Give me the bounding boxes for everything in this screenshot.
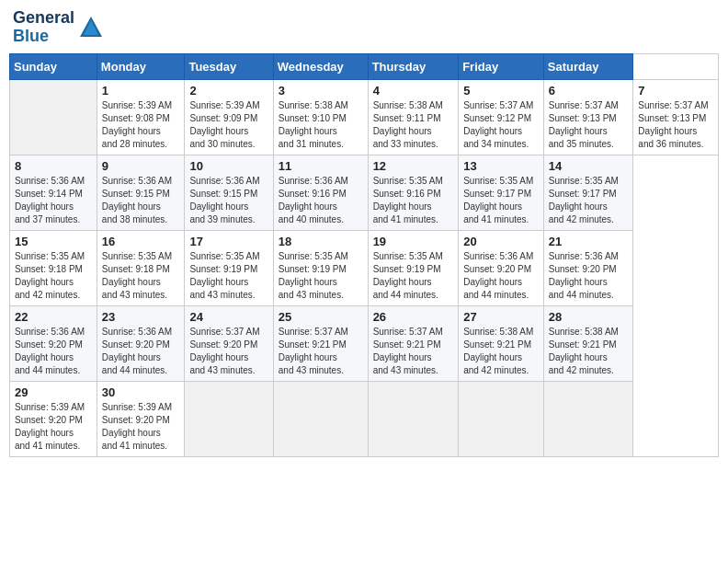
day-info: Sunrise: 5:39 AM Sunset: 9:20 PM Dayligh… <box>102 401 180 453</box>
day-info: Sunrise: 5:37 AM Sunset: 9:12 PM Dayligh… <box>463 99 539 151</box>
calendar-day-cell <box>185 381 273 456</box>
calendar-day-cell: 23 Sunrise: 5:36 AM Sunset: 9:20 PM Dayl… <box>97 305 185 381</box>
day-info: Sunrise: 5:37 AM Sunset: 9:13 PM Dayligh… <box>638 99 713 151</box>
day-number: 10 <box>189 159 267 173</box>
calendar-day-cell <box>368 381 459 456</box>
day-number: 19 <box>373 235 454 248</box>
calendar-header-row: SundayMondayTuesdayWednesdayThursdayFrid… <box>10 53 719 79</box>
day-number: 24 <box>189 310 267 324</box>
day-info: Sunrise: 5:36 AM Sunset: 9:15 PM Dayligh… <box>102 175 180 226</box>
calendar-week-row: 22 Sunrise: 5:36 AM Sunset: 9:20 PM Dayl… <box>10 305 719 381</box>
day-info: Sunrise: 5:36 AM Sunset: 9:20 PM Dayligh… <box>549 250 629 302</box>
day-number: 5 <box>463 84 539 98</box>
calendar-day-cell: 5 Sunrise: 5:37 AM Sunset: 9:12 PM Dayli… <box>459 79 544 155</box>
day-number: 2 <box>189 84 267 98</box>
day-info: Sunrise: 5:35 AM Sunset: 9:17 PM Dayligh… <box>549 175 629 226</box>
day-number: 30 <box>102 385 180 399</box>
calendar-day-cell: 15 Sunrise: 5:35 AM Sunset: 9:18 PM Dayl… <box>10 230 97 305</box>
day-number: 14 <box>549 159 629 173</box>
day-info: Sunrise: 5:39 AM Sunset: 9:09 PM Dayligh… <box>189 99 267 151</box>
empty-cell <box>10 79 97 155</box>
calendar-day-cell: 25 Sunrise: 5:37 AM Sunset: 9:21 PM Dayl… <box>273 305 368 381</box>
calendar-day-cell: 28 Sunrise: 5:38 AM Sunset: 9:21 PM Dayl… <box>543 305 633 381</box>
day-number: 4 <box>373 84 454 98</box>
day-info: Sunrise: 5:38 AM Sunset: 9:10 PM Dayligh… <box>279 99 363 151</box>
day-info: Sunrise: 5:38 AM Sunset: 9:21 PM Dayligh… <box>549 326 629 377</box>
weekday-header-tuesday: Tuesday <box>185 53 273 79</box>
day-info: Sunrise: 5:36 AM Sunset: 9:14 PM Dayligh… <box>15 175 92 226</box>
day-info: Sunrise: 5:39 AM Sunset: 9:08 PM Dayligh… <box>102 99 180 151</box>
day-info: Sunrise: 5:37 AM Sunset: 9:13 PM Dayligh… <box>549 99 629 151</box>
weekday-header-thursday: Thursday <box>368 53 459 79</box>
calendar-day-cell: 26 Sunrise: 5:37 AM Sunset: 9:21 PM Dayl… <box>368 305 459 381</box>
weekday-header-sunday: Sunday <box>10 53 97 79</box>
calendar-day-cell: 29 Sunrise: 5:39 AM Sunset: 9:20 PM Dayl… <box>10 381 97 456</box>
day-number: 17 <box>189 235 267 248</box>
calendar-day-cell: 12 Sunrise: 5:35 AM Sunset: 9:16 PM Dayl… <box>368 155 459 230</box>
day-number: 16 <box>102 235 180 248</box>
calendar-day-cell: 10 Sunrise: 5:36 AM Sunset: 9:15 PM Dayl… <box>185 155 273 230</box>
day-number: 1 <box>102 84 180 98</box>
calendar-day-cell <box>543 381 633 456</box>
day-info: Sunrise: 5:35 AM Sunset: 9:18 PM Dayligh… <box>15 250 92 302</box>
calendar-day-cell: 8 Sunrise: 5:36 AM Sunset: 9:14 PM Dayli… <box>10 155 97 230</box>
calendar-table: SundayMondayTuesdayWednesdayThursdayFrid… <box>9 53 719 457</box>
calendar-day-cell: 19 Sunrise: 5:35 AM Sunset: 9:19 PM Dayl… <box>368 230 459 305</box>
day-info: Sunrise: 5:35 AM Sunset: 9:17 PM Dayligh… <box>463 175 539 226</box>
weekday-header-monday: Monday <box>97 53 185 79</box>
calendar-day-cell: 9 Sunrise: 5:36 AM Sunset: 9:15 PM Dayli… <box>97 155 185 230</box>
logo: GeneralBlue <box>13 9 104 46</box>
day-number: 28 <box>549 310 629 324</box>
calendar-day-cell: 27 Sunrise: 5:38 AM Sunset: 9:21 PM Dayl… <box>459 305 544 381</box>
day-number: 13 <box>463 159 539 173</box>
day-info: Sunrise: 5:36 AM Sunset: 9:20 PM Dayligh… <box>463 250 539 302</box>
calendar-day-cell: 20 Sunrise: 5:36 AM Sunset: 9:20 PM Dayl… <box>459 230 544 305</box>
day-number: 27 <box>463 310 539 324</box>
calendar-day-cell: 21 Sunrise: 5:36 AM Sunset: 9:20 PM Dayl… <box>543 230 633 305</box>
calendar-day-cell: 24 Sunrise: 5:37 AM Sunset: 9:20 PM Dayl… <box>185 305 273 381</box>
calendar-week-row: 8 Sunrise: 5:36 AM Sunset: 9:14 PM Dayli… <box>10 155 719 230</box>
day-info: Sunrise: 5:39 AM Sunset: 9:20 PM Dayligh… <box>15 401 92 453</box>
calendar-day-cell: 1 Sunrise: 5:39 AM Sunset: 9:08 PM Dayli… <box>97 79 185 155</box>
day-number: 22 <box>15 310 92 324</box>
calendar-day-cell: 2 Sunrise: 5:39 AM Sunset: 9:09 PM Dayli… <box>185 79 273 155</box>
day-info: Sunrise: 5:35 AM Sunset: 9:18 PM Dayligh… <box>102 250 180 302</box>
weekday-header-friday: Friday <box>459 53 544 79</box>
calendar-week-row: 1 Sunrise: 5:39 AM Sunset: 9:08 PM Dayli… <box>10 79 719 155</box>
calendar-week-row: 29 Sunrise: 5:39 AM Sunset: 9:20 PM Dayl… <box>10 381 719 456</box>
calendar-day-cell: 30 Sunrise: 5:39 AM Sunset: 9:20 PM Dayl… <box>97 381 185 456</box>
calendar-day-cell: 7 Sunrise: 5:37 AM Sunset: 9:13 PM Dayli… <box>633 79 719 155</box>
calendar-day-cell: 13 Sunrise: 5:35 AM Sunset: 9:17 PM Dayl… <box>459 155 544 230</box>
day-number: 29 <box>15 385 92 399</box>
day-number: 7 <box>638 84 713 98</box>
logo-text: GeneralBlue <box>13 9 74 46</box>
day-number: 18 <box>279 235 363 248</box>
calendar-day-cell: 18 Sunrise: 5:35 AM Sunset: 9:19 PM Dayl… <box>273 230 368 305</box>
day-number: 26 <box>373 310 454 324</box>
day-number: 12 <box>373 159 454 173</box>
day-info: Sunrise: 5:37 AM Sunset: 9:21 PM Dayligh… <box>373 326 454 377</box>
calendar-day-cell: 4 Sunrise: 5:38 AM Sunset: 9:11 PM Dayli… <box>368 79 459 155</box>
day-number: 6 <box>549 84 629 98</box>
day-number: 9 <box>102 159 180 173</box>
weekday-header-wednesday: Wednesday <box>273 53 368 79</box>
day-number: 23 <box>102 310 180 324</box>
day-number: 25 <box>279 310 363 324</box>
day-info: Sunrise: 5:36 AM Sunset: 9:20 PM Dayligh… <box>15 326 92 377</box>
day-number: 21 <box>549 235 629 248</box>
page-header: GeneralBlue <box>9 9 719 46</box>
day-info: Sunrise: 5:35 AM Sunset: 9:19 PM Dayligh… <box>373 250 454 302</box>
day-info: Sunrise: 5:36 AM Sunset: 9:15 PM Dayligh… <box>189 175 267 226</box>
calendar-day-cell: 16 Sunrise: 5:35 AM Sunset: 9:18 PM Dayl… <box>97 230 185 305</box>
day-info: Sunrise: 5:38 AM Sunset: 9:21 PM Dayligh… <box>463 326 539 377</box>
calendar-day-cell: 17 Sunrise: 5:35 AM Sunset: 9:19 PM Dayl… <box>185 230 273 305</box>
day-number: 20 <box>463 235 539 248</box>
calendar-day-cell: 14 Sunrise: 5:35 AM Sunset: 9:17 PM Dayl… <box>543 155 633 230</box>
day-info: Sunrise: 5:36 AM Sunset: 9:20 PM Dayligh… <box>102 326 180 377</box>
day-number: 15 <box>15 235 92 248</box>
day-info: Sunrise: 5:37 AM Sunset: 9:20 PM Dayligh… <box>189 326 267 377</box>
day-info: Sunrise: 5:38 AM Sunset: 9:11 PM Dayligh… <box>373 99 454 151</box>
calendar-day-cell: 3 Sunrise: 5:38 AM Sunset: 9:10 PM Dayli… <box>273 79 368 155</box>
calendar-day-cell: 22 Sunrise: 5:36 AM Sunset: 9:20 PM Dayl… <box>10 305 97 381</box>
calendar-day-cell <box>459 381 544 456</box>
